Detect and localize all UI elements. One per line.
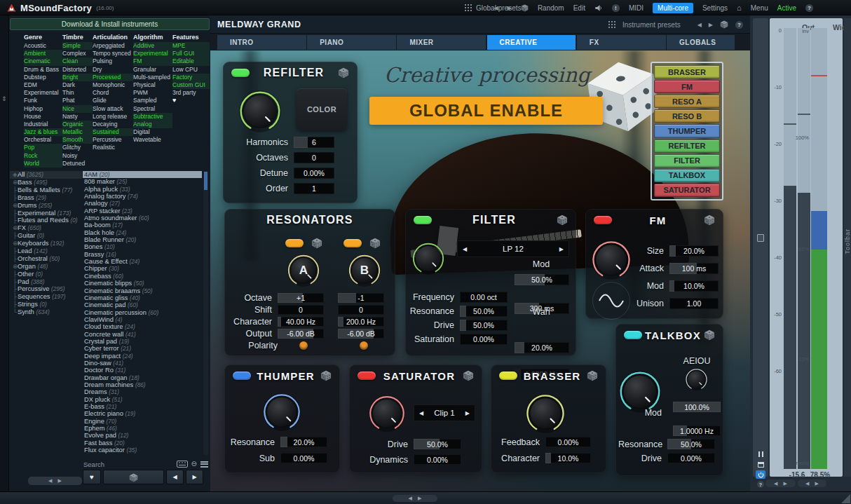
preset-item[interactable]: Cinematic percussion (60) [83,309,202,316]
preset-item[interactable]: ClaviWind (4) [83,316,202,323]
preset-item[interactable]: Dream machines (86) [83,381,202,388]
value-box-b[interactable]: 0 [338,305,384,315]
tag-item[interactable]: 3rd party [172,89,210,97]
tag-item[interactable]: Factory [172,74,210,81]
tree-expand-icon[interactable]: ⊕ [10,224,18,232]
randomize-dice-icon[interactable] [463,370,474,381]
tree-item[interactable]: ├Lead (142) [10,247,82,255]
tag-item[interactable]: Spectral [133,105,172,113]
param-row[interactable]: Octaves 0 [226,152,334,163]
brasser-knob[interactable] [525,393,566,434]
updown-arrows-icon[interactable]: ⇕ [1,95,7,102]
preset-item[interactable]: Blade Runner (20) [83,236,202,243]
active-toggle[interactable]: Active [777,4,796,12]
tag-item[interactable]: Dark [62,81,93,89]
inst-random-dice-icon[interactable] [720,20,728,29]
preset-item[interactable]: Analog factory (74) [83,193,202,200]
refilter-enable-toggle[interactable] [231,69,250,77]
filter-type-dropdown[interactable]: ◀ LP 12 ▶ [457,240,569,257]
thumper-enable-toggle[interactable] [233,372,251,380]
tree-expand-icon[interactable]: ├ [10,232,18,240]
module-quick-button[interactable]: THUMPER [654,124,720,137]
preset-item[interactable]: Cinematic braaams (50) [83,287,202,294]
talkbox-mod-depth-box[interactable]: 100.0% [673,402,721,412]
tree-expand-icon[interactable]: ├ [10,194,18,202]
preset-item[interactable]: ARP stacker (23) [83,207,202,214]
param-row[interactable]: Saturation 0.00% [408,334,508,345]
tag-item[interactable]: Editable [172,57,210,65]
value-box[interactable]: 10.0% [669,280,719,292]
preset-item[interactable]: 4AM (20) [83,171,202,178]
inst-prev-button[interactable]: ◀ [697,22,702,28]
preset-item[interactable]: Ephem (46) [83,425,202,432]
tag-item[interactable]: Simple [62,42,93,50]
module-quick-button[interactable]: RESO A [654,95,720,108]
tag-item[interactable]: Clean [62,57,93,65]
tree-item[interactable]: ├Orchestral (50) [10,255,82,263]
tag-item[interactable]: Bright [62,74,93,81]
value-box[interactable]: 1 [294,183,334,194]
tag-item[interactable]: Distorted [62,66,93,74]
tag-item[interactable]: Long release [93,113,133,121]
tag-item[interactable]: Dubstep [24,74,62,81]
preset-item[interactable]: Atmo soundmaker (60) [83,214,202,222]
param-row[interactable]: Mod 10.0% [588,280,719,292]
tag-item[interactable]: Rock [24,152,62,160]
tree-expand-icon[interactable]: ├ [10,271,18,278]
tab[interactable]: FX [577,35,666,50]
tag-item[interactable]: EDM [24,81,62,89]
tag-item[interactable]: Full GUI [172,50,210,57]
random-button[interactable]: Random [538,4,564,12]
value-box[interactable]: 0.00% [294,168,334,179]
value-box[interactable]: 0.00% [460,334,508,345]
preset-item[interactable]: Dino-saw (41) [83,360,202,367]
tag-item[interactable]: Drum & Bass [24,66,62,74]
tag-item[interactable]: Percussive [93,136,133,144]
tree-expand-icon[interactable]: ⊕ [10,179,18,186]
param-row[interactable]: Resonance 50.0% [408,306,508,317]
saturator-enable-toggle[interactable] [358,372,376,380]
tag-item[interactable]: Detuned [62,160,93,168]
inst-next-button[interactable]: ▶ [709,22,713,28]
param-row[interactable]: Attack 100 ms [588,263,719,274]
tree-root-all[interactable]: ◈All (3625) [10,171,82,179]
tag-item[interactable]: Custom GUI [172,81,210,89]
tab[interactable]: PIANO [307,35,396,50]
power-button[interactable] [756,470,765,479]
filter-knob[interactable] [411,242,445,275]
preset-item[interactable]: Drawbar organ (18) [83,374,202,381]
help-icon[interactable]: ? [805,4,813,12]
tag-item[interactable]: Noisy [62,152,93,160]
tag-item[interactable]: Experimental [133,50,172,57]
tag-item[interactable]: Glitchy [62,144,93,151]
randomize-dice-icon[interactable] [320,370,332,381]
tag-item[interactable]: Additive [133,42,172,50]
search-input[interactable] [83,461,173,468]
instrument-presets-button[interactable]: Instrument presets [622,21,681,29]
tree-expand-icon[interactable]: ⊕ [10,240,18,247]
tag-item[interactable]: Slow attack [93,105,133,113]
tag-item[interactable]: Analog [133,121,172,128]
preset-item[interactable]: Deep impact (24) [83,353,202,360]
pause-button[interactable] [756,450,765,458]
randomize-dice-icon[interactable] [311,238,322,249]
tag-item[interactable]: Glide [93,97,133,104]
preset-item[interactable]: Dreams (31) [83,388,202,395]
thumper-knob[interactable] [262,393,301,432]
preset-item[interactable]: Cyber terror (21) [83,345,202,352]
tag-item[interactable]: Processed [93,74,133,81]
tag-item[interactable]: Orchestral [24,136,62,144]
preset-item[interactable]: Crystal pad (19) [83,338,202,345]
value-box[interactable]: 0.00% [667,453,715,463]
preset-item[interactable]: Evolve pad (12) [83,432,202,439]
preset-next-button[interactable]: ▶ [508,5,512,11]
tree-item[interactable]: ├Experimental (173) [10,210,82,217]
randomize-dice-icon[interactable] [369,238,381,249]
preset-item[interactable]: Bones (10) [83,243,202,250]
param-row[interactable]: Size 20.0% [588,245,719,257]
preset-item[interactable]: DX pluck (51) [83,396,202,403]
tag-item[interactable]: Wavetable [133,136,172,144]
preset-item[interactable]: Cause & Effect (24) [83,258,202,265]
tag-item[interactable]: Arpeggiated [93,42,133,50]
tree-item[interactable]: ├Pad (388) [10,278,82,286]
